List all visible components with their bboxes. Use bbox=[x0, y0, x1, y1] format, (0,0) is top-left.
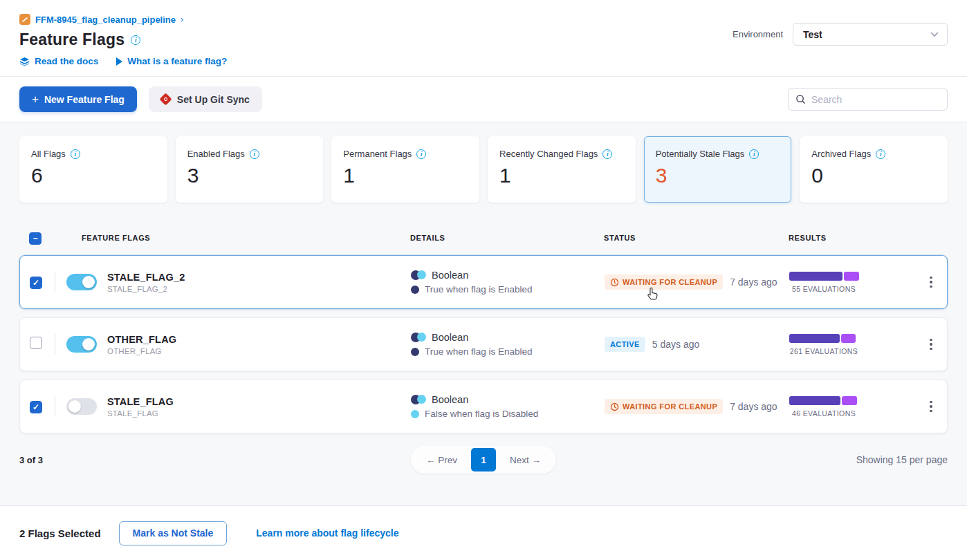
bar-segment-alt bbox=[844, 272, 859, 281]
flag-variation: True when flag is Enabled bbox=[425, 346, 533, 357]
pagination: 3 of 3 ← Prev 1 Next → Showing 15 per pa… bbox=[19, 445, 948, 475]
divider bbox=[55, 272, 55, 292]
info-icon[interactable]: i bbox=[71, 149, 80, 159]
environment-value: Test bbox=[803, 29, 822, 40]
stat-card-label: Archived Flags bbox=[811, 149, 871, 159]
row-checkbox[interactable]: ✓ bbox=[30, 401, 42, 413]
evaluations-bar bbox=[789, 334, 856, 343]
stat-card-all-flags[interactable]: All Flagsi 6 bbox=[19, 136, 167, 203]
environment-label: Environment bbox=[733, 29, 783, 39]
what-is-feature-flag-link[interactable]: What is a feature flag? bbox=[116, 56, 227, 66]
what-is-feature-flag-label[interactable]: What is a feature flag? bbox=[127, 56, 227, 66]
stat-card-label: Enabled Flags bbox=[187, 149, 245, 159]
play-icon bbox=[116, 57, 122, 66]
status-age: 7 days ago bbox=[730, 401, 777, 412]
pipeline-icon bbox=[19, 14, 30, 25]
column-header-details: DETAILS bbox=[410, 234, 604, 242]
clock-icon bbox=[610, 402, 619, 411]
table-header: − FEATURE FLAGS DETAILS STATUS RESULTS bbox=[19, 221, 948, 255]
search-input[interactable] bbox=[811, 94, 940, 105]
info-icon[interactable]: i bbox=[416, 149, 426, 159]
info-icon[interactable]: i bbox=[250, 149, 259, 159]
stat-card-value: 1 bbox=[343, 164, 468, 187]
flag-name[interactable]: STALE_FLAG bbox=[107, 396, 174, 407]
environment-select[interactable]: Test bbox=[793, 23, 948, 46]
search-icon bbox=[795, 94, 806, 104]
search-box[interactable] bbox=[788, 88, 948, 111]
column-header-feature-flags: FEATURE FLAGS bbox=[54, 234, 410, 242]
status-badge-label: WAITING FOR CLEANUP bbox=[623, 402, 717, 411]
feature-flags-page: FFM-8945_flag_cleanup_pipeline › Feature… bbox=[0, 0, 967, 560]
read-docs-link[interactable]: Read the docs bbox=[19, 56, 98, 66]
flag-toggle[interactable] bbox=[66, 336, 97, 353]
stat-card-label: Permanent Flags bbox=[343, 149, 412, 159]
stat-card-value: 3 bbox=[656, 164, 780, 187]
flag-name[interactable]: STALE_FLAG_2 bbox=[107, 272, 185, 283]
page-title: Feature Flags bbox=[19, 30, 125, 49]
table-row-stale-flag[interactable]: ✓ STALE_FLAG STALE_FLAG Boolean False wh… bbox=[19, 380, 948, 433]
variation-dot-icon bbox=[411, 286, 419, 294]
breadcrumb-label[interactable]: FFM-8945_flag_cleanup_pipeline bbox=[35, 15, 176, 25]
row-checkbox[interactable] bbox=[30, 337, 42, 349]
evaluations-bar bbox=[789, 396, 857, 405]
row-menu-button[interactable] bbox=[925, 335, 937, 355]
new-feature-flag-button[interactable]: + New Feature Flag bbox=[19, 86, 137, 112]
title-info-icon[interactable]: i bbox=[131, 35, 140, 45]
flag-variation: False when flag is Disabled bbox=[425, 409, 538, 419]
stat-card-label: All Flags bbox=[31, 149, 66, 159]
per-page-label: Showing 15 per page bbox=[856, 454, 948, 465]
status-age: 5 days ago bbox=[652, 339, 700, 350]
flag-name[interactable]: OTHER_FLAG bbox=[107, 334, 176, 345]
stat-card-value: 6 bbox=[31, 164, 156, 187]
table-row-other-flag[interactable]: OTHER_FLAG OTHER_FLAG Boolean True when … bbox=[19, 317, 948, 371]
set-up-git-sync-button[interactable]: Set Up Git Sync bbox=[149, 86, 262, 112]
selection-footer: 2 Flags Selected Mark as Not Stale Learn… bbox=[0, 505, 967, 560]
flag-id: OTHER_FLAG bbox=[107, 347, 176, 355]
git-sync-label: Set Up Git Sync bbox=[177, 94, 250, 105]
stat-card-potentially-stale-flags[interactable]: Potentially Stale Flagsi 3 bbox=[644, 136, 792, 203]
status-badge[interactable]: ACTIVE bbox=[605, 337, 645, 352]
table-row-stale-flag-2[interactable]: ✓ STALE_FLAG_2 STALE_FLAG_2 Boolean True… bbox=[19, 255, 948, 309]
next-page-button[interactable]: Next → bbox=[497, 449, 553, 471]
row-menu-button[interactable] bbox=[925, 397, 937, 417]
mark-as-not-stale-button[interactable]: Mark as Not Stale bbox=[119, 521, 228, 545]
divider bbox=[55, 396, 55, 417]
prev-page-button[interactable]: ← Prev bbox=[414, 449, 470, 471]
selected-count-label: 2 Flags Selected bbox=[19, 528, 101, 539]
main-content: All Flagsi 6 Enabled Flagsi 3 Permanent … bbox=[0, 122, 967, 505]
evaluations-label: 55 EVALUATIONS bbox=[789, 285, 858, 293]
stat-card-label: Potentially Stale Flags bbox=[656, 149, 745, 159]
status-badge[interactable]: WAITING FOR CLEANUP bbox=[605, 399, 723, 414]
status-badge[interactable]: WAITING FOR CLEANUP bbox=[605, 274, 723, 290]
toolbar: + New Feature Flag Set Up Git Sync bbox=[0, 77, 967, 122]
stat-card-value: 0 bbox=[811, 164, 936, 187]
status-badge-label: WAITING FOR CLEANUP bbox=[623, 278, 717, 286]
stat-card-label: Recently Changed Flags bbox=[499, 149, 598, 159]
flag-toggle[interactable] bbox=[66, 274, 97, 290]
variation-dot-icon bbox=[411, 348, 419, 356]
new-feature-flag-label: New Feature Flag bbox=[44, 94, 125, 105]
row-menu-button[interactable] bbox=[925, 272, 937, 292]
stat-card-value: 1 bbox=[499, 164, 624, 187]
chevron-down-icon bbox=[930, 32, 939, 37]
pager: ← Prev 1 Next → bbox=[411, 446, 556, 474]
row-checkbox[interactable]: ✓ bbox=[30, 277, 42, 289]
info-icon[interactable]: i bbox=[749, 149, 759, 159]
bar-segment-alt bbox=[842, 396, 857, 405]
read-docs-label[interactable]: Read the docs bbox=[35, 56, 98, 66]
variation-dot-icon bbox=[411, 410, 419, 418]
flag-type: Boolean bbox=[432, 332, 468, 343]
stat-card-recently-changed-flags[interactable]: Recently Changed Flagsi 1 bbox=[488, 136, 636, 203]
flag-lifecycle-link[interactable]: Learn more about flag lifecycle bbox=[256, 528, 398, 539]
info-icon[interactable]: i bbox=[602, 149, 612, 159]
flag-toggle[interactable] bbox=[66, 398, 97, 415]
stat-card-enabled-flags[interactable]: Enabled Flagsi 3 bbox=[176, 136, 324, 203]
stat-card-archived-flags[interactable]: Archived Flagsi 0 bbox=[800, 136, 948, 203]
info-icon[interactable]: i bbox=[876, 149, 885, 159]
breadcrumb-chevron-icon: › bbox=[181, 15, 183, 24]
current-page-button[interactable]: 1 bbox=[471, 448, 496, 472]
stat-card-value: 3 bbox=[187, 164, 312, 187]
select-all-checkbox[interactable]: − bbox=[29, 232, 42, 245]
flag-type: Boolean bbox=[432, 394, 468, 405]
stat-card-permanent-flags[interactable]: Permanent Flagsi 1 bbox=[331, 136, 479, 203]
